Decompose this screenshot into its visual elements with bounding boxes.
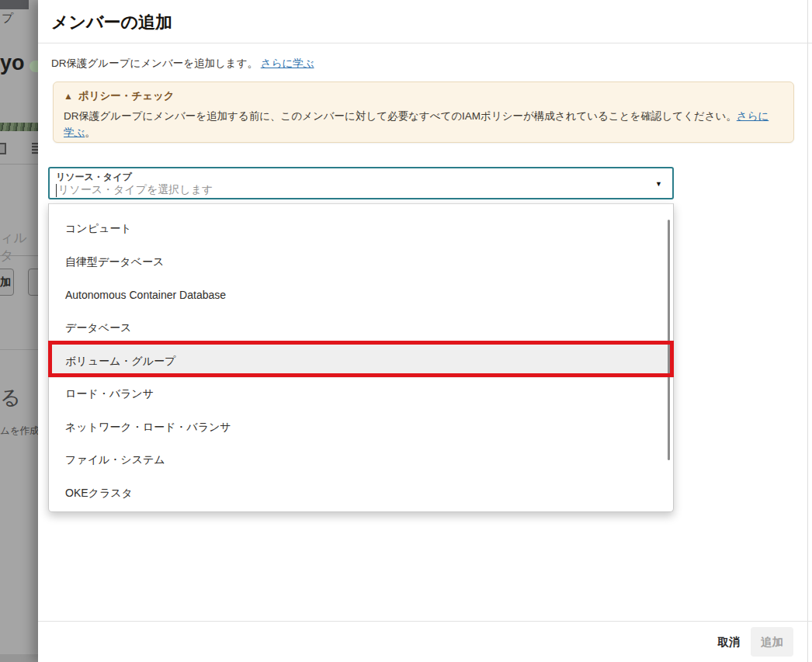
background-filter-input-fragment: ィルタ — [0, 229, 38, 265]
background-divider — [0, 349, 38, 350]
add-button[interactable]: 追加 — [751, 627, 793, 657]
description-text: DR保護グループにメンバーを追加します。 — [51, 57, 258, 69]
background-page-title-fragment: yo — [0, 51, 25, 75]
drawer-right-edge — [807, 0, 808, 662]
dropdown-item-volume-group[interactable]: ボリューム・グループ — [49, 345, 673, 378]
background-divider — [0, 255, 38, 256]
background-topbar-fragment — [0, 0, 29, 9]
add-member-drawer: メンバーの追加 DR保護グループにメンバーを追加します。 さらに学ぶ ▲ポリシー… — [38, 0, 812, 662]
dropdown-item-file-system[interactable]: ファイル・システム — [49, 444, 673, 477]
dropdown-scrollbar-thumb[interactable] — [668, 220, 670, 460]
policy-check-warning-banner: ▲ポリシー・チェック DR保護グループにメンバーを追加する前に、このメンバーに対… — [53, 81, 794, 143]
placeholder-text: リソース・タイプを選択します — [58, 183, 213, 197]
footer-divider — [38, 621, 812, 622]
dropdown-item-oke-cluster[interactable]: OKEクラスタ — [49, 477, 673, 511]
page-title: メンバーの追加 — [51, 11, 172, 34]
drawer-description: DR保護グループにメンバーを追加します。 さらに学ぶ — [51, 57, 314, 71]
warning-body-text: DR保護グループにメンバーを追加する前に、このメンバーに対して必要なすべてのIA… — [64, 110, 737, 122]
dropdown-item-load-balancer[interactable]: ロード・バランサ — [49, 378, 673, 411]
dropdown-item-autonomous-container-database[interactable]: Autonomous Container Database — [49, 279, 673, 312]
warning-body-suffix: 。 — [85, 127, 95, 138]
warning-banner-body: DR保護グループにメンバーを追加する前に、このメンバーに対して必要なすべてのIA… — [64, 108, 774, 140]
background-status-badge-fragment — [29, 61, 38, 72]
background-footer-fragment — [0, 654, 38, 662]
background-tab-icon — [0, 143, 6, 154]
dimmed-background-overlay[interactable]: プ yo ィルタ 加 る ア ムを作成す — [0, 0, 38, 662]
dropdown-item-database[interactable]: データベース — [49, 312, 673, 345]
dropdown-item-compute[interactable]: コンピュート — [49, 213, 673, 246]
resource-type-dropdown-list: コンピュート 自律型データベース Autonomous Container Da… — [48, 203, 674, 512]
cancel-button[interactable]: 取消 — [706, 627, 751, 657]
background-banner-image-fragment — [0, 123, 38, 131]
background-breadcrumb-fragment: プ — [2, 11, 13, 26]
resource-type-combobox[interactable]: リソース・タイプ リソース・タイプを選択します ▼ — [48, 167, 674, 199]
resource-type-label: リソース・タイプ — [56, 171, 132, 184]
learn-more-link[interactable]: さらに学ぶ — [261, 57, 314, 69]
background-add-button-fragment: 加 — [0, 269, 14, 296]
header-divider — [38, 43, 812, 43]
text-cursor — [56, 184, 57, 197]
background-divider — [0, 164, 38, 165]
dropdown-item-autonomous-database[interactable]: 自律型データベース — [49, 246, 673, 279]
resource-type-placeholder: リソース・タイプを選択します — [56, 183, 213, 197]
warning-banner-title-row: ▲ポリシー・チェック — [64, 89, 175, 103]
chevron-down-icon[interactable]: ▼ — [655, 180, 662, 188]
warning-banner-title: ポリシー・チェック — [78, 90, 175, 102]
warning-triangle-icon: ▲ — [64, 91, 73, 102]
dropdown-item-network-load-balancer[interactable]: ネットワーク・ロード・バランサ — [49, 411, 673, 445]
